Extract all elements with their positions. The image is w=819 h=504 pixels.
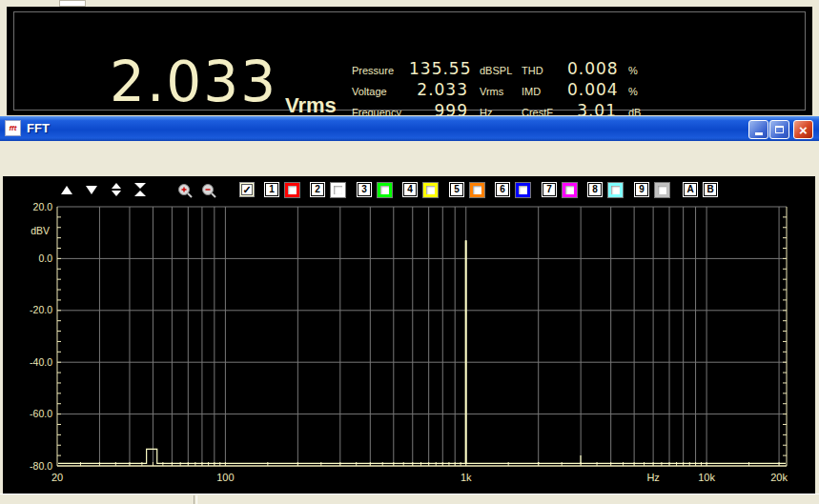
fft-window-icon[interactable]: fft xyxy=(5,120,21,136)
row-unit2: % xyxy=(621,86,649,97)
row-label2: IMD xyxy=(522,86,567,97)
row-value: 2.033 xyxy=(409,80,472,99)
window-title: FFT xyxy=(27,121,50,135)
measurement-table: Pressure 135.55 dBSPL THD 0.008 % Voltag… xyxy=(352,59,649,122)
svg-text:20: 20 xyxy=(51,472,63,483)
svg-text:-60.0: -60.0 xyxy=(30,408,52,419)
main-level-unit: Vrms xyxy=(285,93,337,118)
row-label2: THD xyxy=(522,65,567,76)
svg-text:20k: 20k xyxy=(770,472,788,483)
spectrum-chart: 20.00.0-20.0-40.0-60.0-80.0dBV201001kHz1… xyxy=(3,176,815,494)
row-unit: dBSPL xyxy=(472,65,522,76)
row-unit2: % xyxy=(621,65,649,76)
close-button[interactable]: × xyxy=(793,120,813,139)
minimize-icon xyxy=(755,132,763,135)
status-bar xyxy=(0,494,819,504)
svg-text:Hz: Hz xyxy=(646,472,659,483)
level-meter-panel: 2.033 Vrms Pressure 135.55 dBSPL THD 0.0… xyxy=(7,7,812,115)
minimize-button[interactable] xyxy=(748,120,768,139)
maximize-button[interactable] xyxy=(769,120,789,139)
fft-toolbar: STOP A/B xyxy=(0,141,819,176)
background-window-fragment xyxy=(59,0,86,7)
svg-text:-20.0: -20.0 xyxy=(30,304,52,315)
row-value2: 0.004 xyxy=(567,80,621,99)
row-label: Pressure xyxy=(352,65,409,76)
app-screen: 2.033 Vrms Pressure 135.55 dBSPL THD 0.0… xyxy=(0,0,819,504)
row-value: 135.55 xyxy=(409,59,472,78)
svg-text:1k: 1k xyxy=(461,472,472,483)
svg-text:-40.0: -40.0 xyxy=(30,356,52,368)
row-label: Voltage xyxy=(352,86,409,97)
fft-plot-panel: ✓ 1 2 3 4 5 6 7 8 9 A B 20.00.0-20.0-40.… xyxy=(3,176,815,494)
row-value2: 0.008 xyxy=(567,59,621,78)
svg-text:0.0: 0.0 xyxy=(38,252,52,264)
svg-text:100: 100 xyxy=(216,472,234,483)
row-unit: Vrms xyxy=(472,86,522,97)
status-bar-divider xyxy=(194,495,197,504)
svg-text:-80.0: -80.0 xyxy=(30,460,52,472)
window-titlebar[interactable]: fft FFT xyxy=(0,116,819,141)
maximize-icon xyxy=(775,126,784,133)
svg-text:dBV: dBV xyxy=(31,225,50,236)
svg-text:20.0: 20.0 xyxy=(33,201,53,212)
close-icon: × xyxy=(799,123,808,137)
main-level-readout: 2.033 xyxy=(110,54,277,110)
svg-text:10k: 10k xyxy=(698,472,715,483)
